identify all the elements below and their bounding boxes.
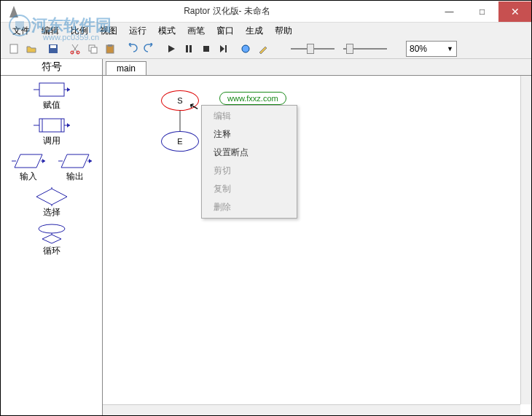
save-button[interactable] — [45, 41, 61, 57]
play-button[interactable] — [163, 41, 179, 57]
menu-mode[interactable]: 模式 — [152, 25, 181, 37]
ctx-cut[interactable]: 剪切 — [202, 162, 297, 180]
pause-button[interactable] — [181, 41, 197, 57]
svg-point-40 — [39, 224, 65, 233]
ctx-copy[interactable]: 复制 — [202, 180, 297, 198]
stop-button[interactable] — [198, 41, 214, 57]
open-button[interactable] — [23, 41, 39, 57]
close-button[interactable]: ✕ — [498, 1, 531, 22]
watermark-link: www.fxxz.com — [219, 92, 286, 105]
symbol-loop[interactable]: 循环 — [34, 223, 70, 257]
symbol-input[interactable]: 输入 — [12, 152, 45, 183]
svg-rect-11 — [108, 44, 112, 47]
toolbar: 80%▼ — [1, 39, 531, 59]
ctx-delete[interactable]: 删除 — [202, 198, 297, 216]
menu-file[interactable]: 文件 — [7, 25, 36, 37]
svg-marker-29 — [15, 154, 42, 168]
undo-button[interactable] — [124, 41, 140, 57]
titlebar: Raptor 汉化版- 未命名 — □ ✕ — [1, 1, 531, 23]
sidebar-title: 符号 — [1, 59, 102, 76]
svg-rect-13 — [186, 45, 188, 52]
svg-marker-16 — [220, 45, 224, 52]
svg-marker-2 — [9, 6, 18, 17]
symbol-assign[interactable]: 赋值 — [34, 80, 70, 111]
menu-run[interactable]: 运行 — [123, 25, 152, 37]
symbol-call[interactable]: 调用 — [34, 116, 70, 147]
ctx-comment[interactable]: 注释 — [202, 125, 297, 144]
new-button[interactable] — [6, 41, 22, 57]
menu-window[interactable]: 窗口 — [211, 25, 240, 37]
svg-rect-15 — [203, 46, 209, 52]
page-watermark-url: www.pc0359.cn — [43, 33, 99, 42]
redo-button[interactable] — [141, 41, 157, 57]
svg-point-7 — [77, 51, 79, 54]
tab-main[interactable]: main — [106, 61, 146, 75]
svg-point-6 — [71, 51, 74, 54]
scrollbar-horizontal[interactable] — [103, 404, 520, 415]
minimize-button[interactable]: — — [433, 1, 466, 22]
svg-rect-5 — [50, 45, 56, 48]
ctx-edit[interactable]: 编辑 — [202, 107, 297, 125]
svg-marker-28 — [67, 123, 70, 127]
context-menu: 编辑 注释 设置断点 剪切 复制 删除 — [201, 105, 297, 219]
tabs: main — [103, 59, 531, 75]
window-title: Raptor 汉化版- 未命名 — [21, 5, 433, 17]
symbol-select[interactable]: 选择 — [34, 187, 70, 219]
svg-point-18 — [242, 45, 249, 52]
svg-marker-33 — [61, 154, 89, 168]
speed-slider[interactable] — [286, 48, 391, 50]
symbol-output[interactable]: 输出 — [58, 152, 92, 183]
menu-pen[interactable]: 画笔 — [181, 25, 211, 37]
start-node[interactable]: S — [161, 90, 199, 111]
svg-marker-22 — [67, 87, 70, 92]
svg-rect-17 — [225, 45, 227, 52]
menu-generate[interactable]: 生成 — [240, 25, 269, 37]
ctx-breakpoint[interactable]: 设置断点 — [202, 144, 297, 162]
end-node[interactable]: E — [161, 131, 199, 152]
tool-a-button[interactable] — [238, 41, 254, 57]
svg-rect-3 — [10, 44, 17, 53]
svg-marker-12 — [168, 45, 175, 52]
app-icon — [7, 4, 21, 19]
svg-rect-23 — [39, 119, 64, 132]
svg-marker-41 — [42, 235, 61, 243]
paste-button[interactable] — [102, 41, 118, 57]
pen-button[interactable] — [255, 41, 271, 57]
menu-help[interactable]: 帮助 — [269, 25, 298, 37]
copy-button[interactable] — [85, 41, 101, 57]
svg-marker-32 — [42, 159, 45, 163]
step-button[interactable] — [216, 41, 232, 57]
cut-button[interactable] — [67, 41, 83, 57]
zoom-select[interactable]: 80%▼ — [406, 41, 457, 57]
svg-rect-19 — [39, 83, 64, 96]
svg-rect-9 — [91, 47, 97, 53]
maximize-button[interactable]: □ — [466, 1, 498, 22]
sidebar: 符号 赋值 调用 输入 输出 选择 — [1, 59, 103, 415]
svg-rect-14 — [189, 45, 192, 52]
svg-marker-36 — [89, 159, 92, 163]
scrollbar-vertical[interactable] — [520, 76, 531, 404]
canvas[interactable]: S E www.fxxz.com ↖ 编辑 注释 设置断点 剪切 复制 删除 — [103, 75, 531, 415]
svg-marker-37 — [36, 189, 67, 205]
